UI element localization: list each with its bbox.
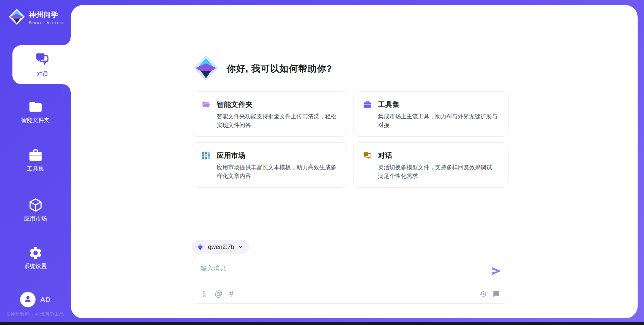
card-app-market[interactable]: 应用市场 应用市场提供丰富长文本模板，助力高效生成多样化文章内容: [192, 142, 347, 188]
card-description: 智能文件夹功能支持批量文件上传与清洗，轻松实现文件问答: [217, 112, 337, 130]
copyright-text: ©神州数码 · 神州问学出品: [0, 311, 71, 317]
sidebar-item-smart-folder[interactable]: 智能文件夹: [0, 100, 71, 124]
window-edge-bar: [0, 322, 644, 325]
card-chat[interactable]: 对话 灵活切换多模型文件，支持多样回复效果调试，满足个性化需求: [353, 142, 508, 188]
sidebar-item-label: 应用市场: [24, 215, 47, 222]
chevron-down-icon: [238, 244, 243, 250]
card-title: 对话: [378, 151, 392, 160]
composer-toolbar: @ #: [201, 284, 500, 304]
sidebar-item-label: 工具集: [27, 166, 44, 172]
tab-fillet-bottom: [63, 84, 71, 92]
folder-open-icon: [202, 100, 210, 109]
sidebar-item-label: 智能文件夹: [21, 117, 50, 123]
mention-icon[interactable]: @: [215, 290, 222, 298]
sidebar-item-toolset[interactable]: 工具集: [0, 148, 71, 173]
briefcase-icon: [0, 148, 71, 163]
gem-logo-icon: [192, 54, 220, 83]
user-account[interactable]: AD: [0, 292, 71, 307]
grid-icon: [202, 151, 210, 160]
app-logo: 神州问学 Smart Vision: [8, 8, 64, 27]
card-title: 智能文件夹: [217, 100, 253, 109]
gem-icon: [196, 243, 204, 251]
feature-cards: 智能文件夹 智能文件夹功能支持批量文件上传与清洗，轻松实现文件问答 工具集 集成…: [192, 91, 508, 188]
greeting-text: 你好, 我可以如何帮助你?: [227, 63, 332, 75]
app-title: 神州问学: [29, 10, 64, 19]
sidebar-item-settings[interactable]: 系统设置: [0, 246, 71, 270]
card-description: 应用市场提供丰富长文本模板，助力高效生成多样化文章内容: [217, 163, 337, 181]
briefcase-icon: [363, 100, 372, 109]
hash-icon[interactable]: #: [229, 290, 233, 298]
card-title: 应用市场: [217, 151, 246, 160]
sidebar-item-app-market[interactable]: 应用市场: [0, 197, 71, 222]
card-title: 工具集: [378, 100, 400, 109]
chat-bubble-icon: [363, 151, 372, 160]
model-name: qwen2:7b: [208, 244, 234, 251]
card-toolset[interactable]: 工具集 集成市场上主流工具，助力AI与外界无缝扩展与对接: [353, 91, 508, 137]
paperclip-icon[interactable]: [201, 290, 208, 298]
history-icon[interactable]: [480, 290, 487, 298]
greeting: 你好, 我可以如何帮助你?: [192, 54, 332, 83]
sidebar-item-chat[interactable]: 对话: [12, 45, 72, 84]
chat-bubbles-icon: [35, 52, 49, 68]
card-smart-folder[interactable]: 智能文件夹 智能文件夹功能支持批量文件上传与清洗，轻松实现文件问答: [192, 91, 347, 137]
tab-fillet-top: [63, 37, 71, 45]
message-input[interactable]: [201, 264, 486, 281]
sidebar-item-label: 对话: [37, 70, 48, 78]
folder-icon: [0, 100, 71, 114]
user-icon: [23, 295, 32, 305]
card-description: 灵活切换多模型文件，支持多样回复效果调试，满足个性化需求: [378, 163, 499, 181]
send-icon: [491, 266, 502, 276]
card-description: 集成市场上主流工具，助力AI与外界无缝扩展与对接: [378, 112, 499, 130]
message-composer: @ #: [192, 258, 508, 304]
gear-icon: [0, 246, 71, 260]
sidebar: 神州问学 Smart Vision 对话 智能文件夹: [0, 0, 71, 325]
avatar: [20, 292, 36, 307]
app-subtitle: Smart Vision: [29, 20, 64, 25]
gem-logo-icon: [8, 8, 25, 27]
model-selector[interactable]: qwen2:7b: [192, 240, 249, 254]
cube-icon: [0, 197, 71, 213]
feedback-icon[interactable]: [493, 290, 500, 298]
user-initials: AD: [40, 296, 51, 304]
send-button[interactable]: [491, 266, 502, 276]
sidebar-item-label: 系统设置: [24, 263, 47, 269]
